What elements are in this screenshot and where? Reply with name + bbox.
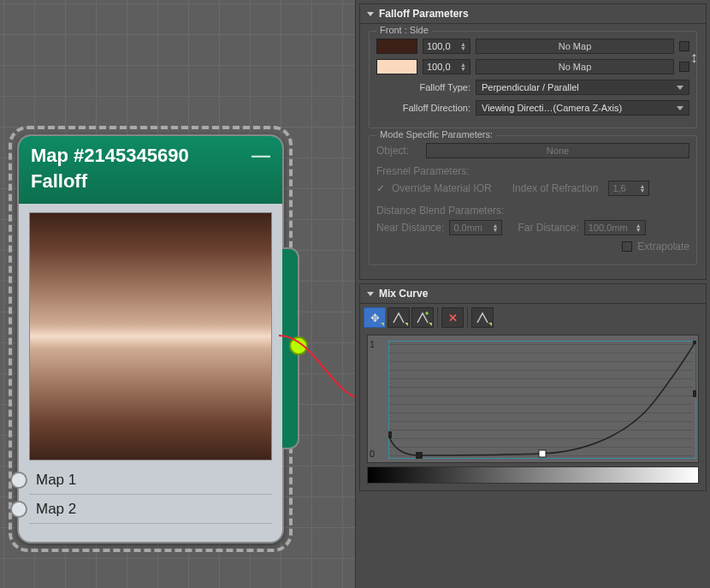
curve-toolbar: ✥ ✕	[360, 304, 706, 331]
ior-label: Index of Refraction	[512, 182, 599, 194]
dropdown-value: Perpendicular / Parallel	[482, 82, 579, 92]
mode-specific-group: Mode Specific Parameters: Object: None F…	[369, 135, 697, 265]
extrapolate-checkbox	[622, 241, 632, 252]
spinner-value: 100,0mm	[589, 223, 628, 233]
move-point-button[interactable]: ✥	[364, 307, 386, 328]
fresnel-row: ✓ Override Material IOR Index of Refract…	[376, 181, 689, 196]
chevron-down-icon	[367, 12, 374, 16]
properties-panel: Falloff Parameters Front : Side 100,0 ▲▼…	[355, 0, 710, 588]
object-row: Object: None	[376, 143, 689, 158]
distance-row: Near Distance: 0,0mm ▲▼ Far Distance: 10…	[376, 220, 689, 235]
input-slots: Map 1 Map 2	[29, 466, 272, 524]
group-label: Front : Side	[376, 25, 432, 35]
delete-point-button[interactable]: ✕	[441, 307, 464, 328]
chevron-down-icon	[677, 106, 683, 110]
far-distance-spinner: 100,0mm ▲▼	[584, 220, 646, 235]
chevron-down-icon	[677, 86, 683, 90]
object-pick-button: None	[426, 143, 689, 158]
distance-section-label: Distance Blend Parameters:	[376, 205, 689, 217]
curve-editor[interactable]: 1 0	[367, 335, 699, 463]
dropdown-value: Viewing Directi…(Camera Z-Axis)	[482, 103, 622, 113]
ior-spinner: 1,6 ▲▼	[608, 181, 649, 196]
scale-point-button[interactable]	[388, 307, 410, 328]
input-socket-icon[interactable]	[10, 472, 27, 489]
reset-curve-button[interactable]	[471, 307, 494, 328]
spinner-value: 100,0	[427, 41, 451, 51]
curve-path	[388, 341, 696, 459]
node-title: Map #2145345690	[31, 145, 189, 167]
fresnel-section-label: Fresnel Parameters:	[376, 165, 689, 177]
spinner-arrows-icon[interactable]: ▲▼	[460, 42, 466, 50]
rollout-title: Mix Curve	[379, 288, 428, 300]
falloff-direction-row: Falloff Direction: Viewing Directi…(Came…	[376, 100, 689, 116]
spinner-value: 100,0	[427, 62, 451, 72]
near-distance-label: Near Distance:	[376, 222, 444, 234]
falloff-direction-label: Falloff Direction:	[376, 103, 470, 113]
y-axis-max: 1	[370, 339, 375, 349]
falloff-type-label: Falloff Type:	[376, 82, 470, 92]
falloff-node[interactable]: Map #2145345690 — Falloff Map 1 Map 2	[17, 134, 284, 543]
node-type-label: Falloff	[31, 170, 270, 193]
checkmark-icon: ✓	[376, 182, 385, 194]
slot-label: Map 1	[36, 472, 76, 489]
swap-icon[interactable]: ↕	[690, 49, 698, 67]
front-color-swatch[interactable]	[376, 39, 417, 54]
svg-rect-3	[416, 452, 423, 459]
spinner-arrows-icon[interactable]: ▲▼	[460, 62, 466, 71]
front-map-button[interactable]: No Map	[476, 39, 674, 54]
object-label: Object:	[376, 145, 421, 157]
front-row: 100,0 ▲▼ No Map ↕	[376, 39, 689, 54]
spinner-value: 1,6	[612, 183, 625, 193]
falloff-type-dropdown[interactable]: Perpendicular / Parallel	[476, 80, 689, 95]
output-gradient	[367, 466, 699, 484]
spinner-arrows-icon: ▲▼	[492, 223, 498, 232]
mix-curve-rollout: Mix Curve ✥ ✕ 1 0	[359, 283, 707, 491]
falloff-direction-dropdown[interactable]: Viewing Directi…(Camera Z-Axis)	[476, 100, 689, 116]
side-map-button[interactable]: No Map	[476, 59, 674, 74]
front-amount-spinner[interactable]: 100,0 ▲▼	[423, 39, 470, 54]
material-preview[interactable]	[29, 212, 272, 460]
svg-rect-0	[388, 341, 696, 459]
node-header[interactable]: Map #2145345690 — Falloff	[19, 136, 282, 204]
falloff-parameters-rollout: Falloff Parameters Front : Side 100,0 ▲▼…	[359, 3, 707, 280]
add-point-button[interactable]	[411, 307, 434, 328]
spinner-arrows-icon: ▲▼	[636, 223, 642, 232]
input-socket-icon[interactable]	[10, 501, 27, 518]
override-ior-label: Override Material IOR	[392, 182, 492, 194]
near-distance-spinner: 0,0mm ▲▼	[449, 220, 502, 235]
svg-rect-4	[539, 450, 546, 457]
slot-map2[interactable]: Map 2	[29, 495, 272, 524]
group-label: Mode Specific Parameters:	[376, 129, 496, 140]
slot-map1[interactable]: Map 1	[29, 466, 272, 495]
side-map-enable-checkbox[interactable]	[679, 62, 689, 72]
far-distance-label: Far Distance:	[518, 222, 578, 234]
front-map-enable-checkbox[interactable]	[679, 41, 689, 51]
slot-label: Map 2	[36, 501, 76, 518]
svg-rect-5	[693, 341, 696, 344]
side-color-swatch[interactable]	[376, 59, 417, 74]
output-socket-icon[interactable]	[289, 336, 308, 355]
spinner-arrows-icon: ▲▼	[640, 184, 646, 193]
rollout-title: Falloff Parameters	[379, 8, 469, 20]
svg-rect-2	[388, 431, 392, 438]
chevron-down-icon	[367, 292, 374, 296]
collapse-icon[interactable]: —	[251, 145, 270, 167]
spinner-value: 0,0mm	[453, 223, 482, 233]
rollout-header[interactable]: Mix Curve	[360, 284, 706, 304]
side-row: 100,0 ▲▼ No Map	[376, 59, 689, 74]
extrapolate-row: Extrapolate	[376, 241, 689, 252]
svg-rect-6	[693, 390, 696, 397]
side-amount-spinner[interactable]: 100,0 ▲▼	[423, 59, 470, 74]
falloff-type-row: Falloff Type: Perpendicular / Parallel	[376, 80, 689, 95]
extrapolate-label: Extrapolate	[637, 241, 689, 252]
rollout-header[interactable]: Falloff Parameters	[360, 4, 706, 24]
y-axis-min: 0	[370, 448, 375, 459]
front-side-group: Front : Side 100,0 ▲▼ No Map ↕ 100,0	[369, 31, 697, 128]
